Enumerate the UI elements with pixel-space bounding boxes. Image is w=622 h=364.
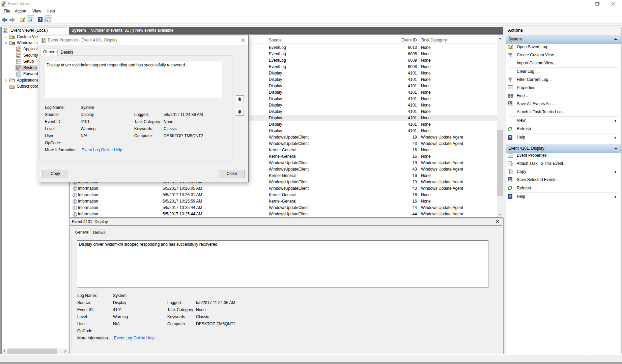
svg-text:?: ?	[509, 194, 511, 199]
svg-text:?: ?	[39, 18, 41, 22]
svg-text:?: ?	[509, 135, 511, 139]
